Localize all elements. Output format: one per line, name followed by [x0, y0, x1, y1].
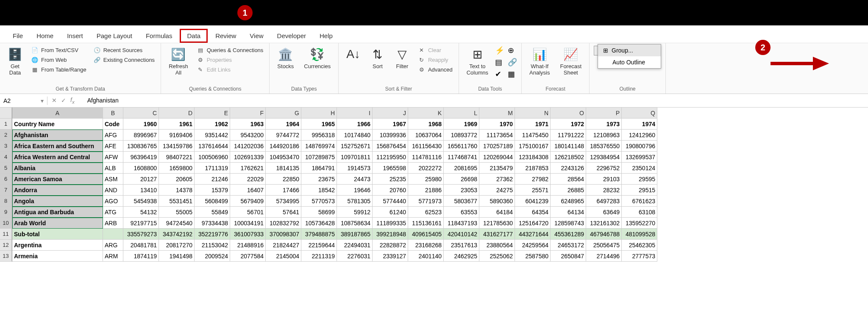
cell[interactable]: 129384954	[586, 152, 622, 163]
cell[interactable]: 1974	[622, 119, 657, 130]
cell[interactable]: 126218502	[551, 152, 586, 163]
cell[interactable]: 21246	[195, 174, 230, 185]
column-header-M[interactable]: M	[479, 108, 515, 119]
cell[interactable]: ARM	[103, 251, 123, 262]
cell[interactable]: Armenia	[12, 251, 103, 262]
cell[interactable]: 104953470	[266, 152, 301, 163]
tab-data[interactable]: Data	[180, 29, 208, 43]
cancel-icon[interactable]: ✕	[52, 97, 57, 104]
cell[interactable]: 2350124	[622, 163, 657, 174]
cell[interactable]: 156876454	[373, 141, 408, 152]
cell[interactable]: 57641	[266, 207, 301, 218]
row-header-12[interactable]: 12	[0, 240, 12, 251]
cell[interactable]: 109701811	[337, 152, 373, 163]
cell[interactable]: 29595	[622, 174, 657, 185]
cell[interactable]: 2022272	[408, 163, 444, 174]
cell[interactable]: 5454938	[123, 196, 159, 207]
tab-home[interactable]: Home	[31, 29, 59, 43]
cell[interactable]: 2081695	[444, 163, 479, 174]
cell[interactable]: 135952270	[622, 218, 657, 229]
cell[interactable]: 420410142	[444, 229, 479, 240]
column-header-D[interactable]: D	[159, 108, 195, 119]
remove-duplicates-icon[interactable]: ▤	[495, 58, 504, 67]
cell[interactable]: 20481781	[123, 240, 159, 251]
cell[interactable]: 58699	[301, 207, 337, 218]
cell[interactable]: 1814135	[266, 163, 301, 174]
cell[interactable]: 18542	[301, 185, 337, 196]
cell[interactable]: 64354	[515, 207, 551, 218]
cell[interactable]: 170257189	[479, 141, 515, 152]
cell[interactable]: 9543200	[230, 130, 266, 141]
tab-review[interactable]: Review	[209, 29, 242, 43]
cell[interactable]: 22159644	[301, 240, 337, 251]
cell[interactable]: 10399936	[373, 130, 408, 141]
cell[interactable]: Sub-total	[12, 229, 103, 240]
cell[interactable]: 100034191	[230, 218, 266, 229]
cell[interactable]: 1914573	[337, 163, 373, 174]
cell[interactable]: 11791222	[551, 130, 586, 141]
column-header-P[interactable]: P	[586, 108, 622, 119]
cell[interactable]: 55849	[195, 207, 230, 218]
cell[interactable]: 29103	[586, 174, 622, 185]
cell[interactable]: 8996967	[123, 130, 159, 141]
cell[interactable]: Albania	[12, 163, 103, 174]
select-all-button[interactable]	[0, 108, 12, 119]
cell[interactable]: 9956318	[301, 130, 337, 141]
cell[interactable]: 5531451	[159, 196, 195, 207]
tab-view[interactable]: View	[244, 29, 269, 43]
data-validation-icon[interactable]: ✔	[495, 69, 504, 79]
get-data-button[interactable]: 🗄️ Get Data	[4, 46, 26, 77]
cell[interactable]: 2650847	[551, 251, 586, 262]
cell[interactable]: 115136161	[408, 218, 444, 229]
column-header-F[interactable]: F	[230, 108, 266, 119]
tab-insert[interactable]: Insert	[61, 29, 89, 43]
cell[interactable]: 1762621	[230, 163, 266, 174]
cell[interactable]: 370098307	[266, 229, 301, 240]
cell[interactable]: 28232	[586, 185, 622, 196]
cell[interactable]: 1960	[123, 119, 159, 130]
cell[interactable]: 121785630	[479, 218, 515, 229]
cell[interactable]: 1967	[373, 119, 408, 130]
cell[interactable]: 108758634	[337, 218, 373, 229]
column-header-G[interactable]: G	[266, 108, 301, 119]
cell[interactable]: 5734995	[266, 196, 301, 207]
name-box[interactable]: A2▾	[0, 97, 47, 105]
cell[interactable]: 1970	[479, 119, 515, 130]
column-header-J[interactable]: J	[373, 108, 408, 119]
tab-developer[interactable]: Developer	[271, 29, 312, 43]
cell[interactable]: 22850	[266, 174, 301, 185]
cell[interactable]: AFW	[103, 152, 123, 163]
cell[interactable]: 120269044	[479, 152, 515, 163]
cell[interactable]: 1608800	[123, 163, 159, 174]
cell[interactable]: 1965598	[373, 163, 408, 174]
cell[interactable]: 15379	[195, 185, 230, 196]
cell[interactable]	[103, 229, 123, 240]
cell[interactable]: 24653172	[551, 240, 586, 251]
cell[interactable]: 343742192	[159, 229, 195, 240]
cell[interactable]: 5679409	[230, 196, 266, 207]
cell[interactable]: 2525062	[479, 251, 515, 262]
row-header-3[interactable]: 3	[0, 141, 12, 152]
cell[interactable]: 1966	[337, 119, 373, 130]
cell[interactable]: 123184308	[515, 152, 551, 163]
cell[interactable]: 132161302	[586, 218, 622, 229]
from-web-button[interactable]: 🌐From Web	[29, 55, 88, 64]
cell[interactable]: 28564	[551, 174, 586, 185]
existing-connections-button[interactable]: 🔗Existing Connections	[92, 55, 156, 64]
cell[interactable]: 144920186	[266, 141, 301, 152]
cell[interactable]: 1711319	[195, 163, 230, 174]
cell[interactable]: 17466	[266, 185, 301, 196]
cell[interactable]: 24275	[479, 185, 515, 196]
cell[interactable]: 2296752	[586, 163, 622, 174]
cell[interactable]: 9744772	[266, 130, 301, 141]
cell[interactable]: 2145004	[266, 251, 301, 262]
cell[interactable]: 431627177	[479, 229, 515, 240]
auto-outline-menu-item[interactable]: Auto Outline	[598, 56, 661, 68]
column-header-I[interactable]: I	[337, 108, 373, 119]
forecast-sheet-button[interactable]: 📈Forecast Sheet	[556, 46, 585, 77]
cell[interactable]: 21824427	[266, 240, 301, 251]
column-header-N[interactable]: N	[515, 108, 551, 119]
cell[interactable]: 1965	[301, 119, 337, 130]
cell[interactable]: 63108	[622, 207, 657, 218]
cell[interactable]: ATG	[103, 207, 123, 218]
